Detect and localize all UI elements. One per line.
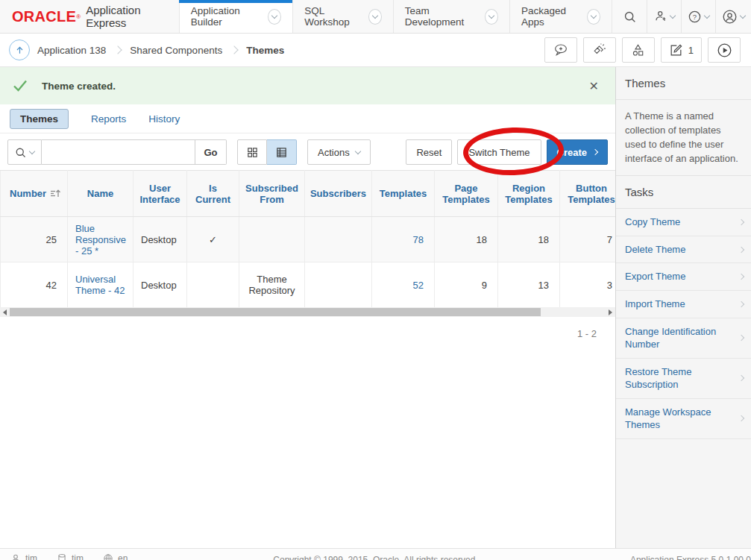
- theme-link[interactable]: Blue Responsive - 25 *: [75, 223, 126, 257]
- task-restore-theme-subscription[interactable]: Restore Theme Subscription: [616, 359, 751, 399]
- user-account-menu-button[interactable]: [715, 0, 751, 33]
- nav-tab-team-development[interactable]: Team Development: [393, 0, 509, 33]
- run-application-button[interactable]: [708, 37, 741, 63]
- nav-tab-label: Team Development: [405, 5, 478, 28]
- cell-user-interface: Desktop: [133, 217, 187, 262]
- administration-menu-button[interactable]: [647, 0, 681, 33]
- search-column-selector-button[interactable]: [7, 139, 42, 165]
- search-icon: [623, 10, 636, 23]
- breadcrumb-separator-icon: [114, 45, 122, 54]
- edit-page-button[interactable]: 1: [661, 37, 702, 63]
- horizontal-scrollbar[interactable]: [0, 307, 615, 317]
- close-icon[interactable]: ✕: [585, 79, 603, 93]
- chevron-right-icon: [738, 274, 744, 280]
- cell-name: Blue Responsive - 25 *: [68, 217, 133, 262]
- column-header-subscribers[interactable]: Subscribers: [305, 171, 372, 217]
- templates-link[interactable]: 52: [413, 280, 424, 291]
- oracle-apex-logo: ORACLE® Application Express: [0, 0, 179, 33]
- column-header-subscribed-from[interactable]: Subscribed From: [239, 171, 305, 217]
- column-header-button-templates[interactable]: Button Templates: [560, 171, 616, 217]
- task-delete-theme[interactable]: Delete Theme: [616, 236, 751, 264]
- feedback-button[interactable]: [544, 37, 577, 63]
- cell-subscribers: [305, 262, 372, 308]
- theme-link[interactable]: Universal Theme - 42: [75, 274, 125, 296]
- tab-history[interactable]: History: [148, 113, 180, 125]
- utilities-button[interactable]: [583, 37, 616, 63]
- edit-pencil-icon: [669, 43, 683, 57]
- chevron-down-icon[interactable]: [268, 9, 281, 25]
- nav-utility-icons: ?: [612, 0, 751, 33]
- scroll-right-arrow[interactable]: [606, 307, 615, 317]
- chevron-down-icon[interactable]: [368, 9, 382, 25]
- up-one-level-button[interactable]: [9, 40, 30, 60]
- switch-theme-button[interactable]: Switch Theme: [457, 139, 541, 165]
- chevron-right-icon: [738, 246, 744, 252]
- column-header-number[interactable]: Number: [1, 171, 68, 217]
- right-sidebar: Themes A Theme is a named collection of …: [615, 67, 751, 548]
- actions-label: Actions: [318, 147, 350, 158]
- cell-is-current: ✓: [187, 217, 239, 262]
- cell-subscribers: [305, 217, 372, 262]
- templates-link[interactable]: 78: [413, 234, 424, 245]
- column-label: Number: [10, 188, 46, 199]
- feedback-bubble-icon: [553, 43, 568, 57]
- nav-tab-label: Packaged Apps: [521, 5, 580, 28]
- chevron-down-icon[interactable]: [587, 9, 600, 25]
- column-header-region-templates[interactable]: Region Templates: [498, 171, 560, 217]
- report-view-icon: [275, 146, 288, 159]
- cell-subscribed-from: Theme Repository: [239, 262, 305, 308]
- nav-tab-application-builder[interactable]: Application Builder: [179, 0, 292, 33]
- search-input[interactable]: [42, 139, 195, 165]
- tab-themes[interactable]: Themes: [10, 109, 69, 129]
- column-header-name[interactable]: Name: [68, 171, 133, 217]
- scrollbar-thumb[interactable]: [10, 308, 541, 316]
- cell-templates: 52: [372, 262, 435, 308]
- arrow-up-icon: [15, 45, 25, 55]
- shared-components-button[interactable]: [622, 37, 655, 63]
- scroll-left-arrow[interactable]: [0, 307, 10, 317]
- breadcrumb-shared-components[interactable]: Shared Components: [130, 45, 222, 56]
- edit-page-number: 1: [688, 45, 694, 56]
- chevron-down-icon[interactable]: [485, 9, 498, 25]
- task-label: Manage Workspace Themes: [625, 406, 739, 432]
- breadcrumb-application[interactable]: Application 138: [37, 45, 106, 56]
- nav-tab-sql-workshop[interactable]: SQL Workshop: [292, 0, 392, 33]
- create-button[interactable]: Create: [547, 139, 608, 165]
- cell-name: Universal Theme - 42: [68, 262, 133, 308]
- task-export-theme[interactable]: Export Theme: [616, 263, 751, 291]
- chevron-down-icon: [29, 148, 35, 154]
- footer-version: Application Express 5.0.1.00.0: [630, 555, 751, 560]
- help-menu-button[interactable]: ?: [681, 0, 715, 33]
- tab-reports[interactable]: Reports: [91, 113, 126, 125]
- oracle-brand: ORACLE: [12, 8, 76, 25]
- column-header-user-interface[interactable]: User Interface: [133, 171, 187, 217]
- task-import-theme[interactable]: Import Theme: [616, 291, 751, 318]
- column-header-templates[interactable]: Templates: [372, 171, 435, 217]
- main-content-region: Theme created. ✕ Themes Reports History …: [0, 67, 615, 548]
- reset-button[interactable]: Reset: [406, 139, 452, 165]
- task-copy-theme[interactable]: Copy Theme: [616, 209, 751, 236]
- cell-is-current: [187, 262, 239, 308]
- search-icon: [15, 147, 26, 158]
- nav-tab-packaged-apps[interactable]: Packaged Apps: [509, 0, 612, 33]
- success-message-banner: Theme created. ✕: [0, 67, 615, 104]
- cell-number: 42: [1, 262, 68, 308]
- create-label: Create: [557, 147, 587, 158]
- report-view-button[interactable]: [267, 139, 297, 165]
- report-toolbar: Go Actions Reset Switch Theme Create: [0, 133, 615, 169]
- sidebar-description: A Theme is a named collection of templat…: [616, 100, 751, 176]
- cell-button-templates: 7: [560, 217, 616, 262]
- task-manage-workspace-themes[interactable]: Manage Workspace Themes: [616, 399, 751, 439]
- column-header-is-current[interactable]: Is Current: [187, 171, 239, 217]
- actions-menu-button[interactable]: Actions: [307, 139, 371, 165]
- breadcrumb-current-page: Themes: [246, 45, 284, 56]
- column-header-page-templates[interactable]: Page Templates: [435, 171, 498, 217]
- search-button[interactable]: [612, 0, 647, 33]
- icon-view-button[interactable]: [237, 139, 267, 165]
- go-button[interactable]: Go: [195, 139, 227, 165]
- cell-button-templates: 3: [560, 262, 616, 308]
- admin-wrench-icon: [654, 10, 667, 23]
- chevron-right-icon: [738, 301, 744, 307]
- task-label: Import Theme: [625, 298, 685, 311]
- task-change-identification-number[interactable]: Change Identification Number: [616, 318, 751, 359]
